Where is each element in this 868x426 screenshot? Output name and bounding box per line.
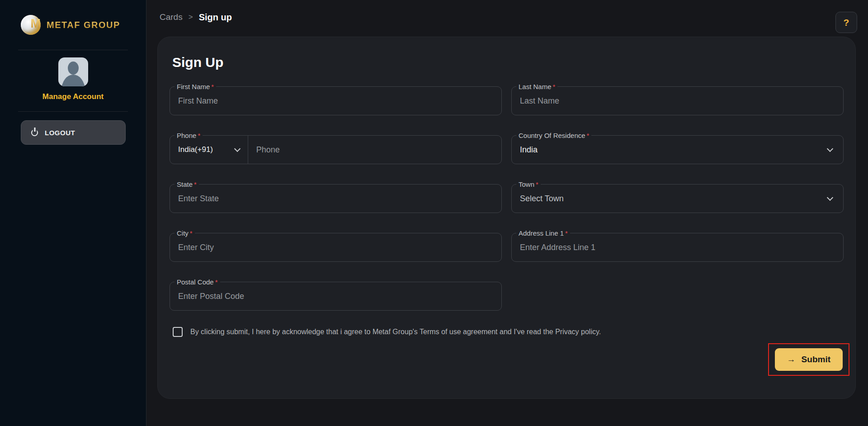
country-of-residence-value: India [512, 145, 822, 155]
town-label: Town* [516, 180, 541, 189]
chevron-down-icon [234, 145, 241, 151]
account-block: Manage Account [0, 50, 146, 111]
sidebar: M METAF GROUP Manage Account LOGOUT [0, 0, 146, 426]
submit-highlight-box: → Submit [768, 343, 849, 376]
postal-code-field: Postal Code* [170, 282, 502, 311]
first-name-field: First Name* [170, 86, 502, 115]
address-line-1-field: Address Line 1* [511, 233, 844, 262]
country-of-residence-field[interactable]: Country Of Residence* India [511, 135, 844, 164]
address-line-1-label: Address Line 1* [516, 229, 570, 238]
phone-country-code-value: India(+91) [170, 145, 230, 154]
user-avatar-icon[interactable] [58, 57, 88, 86]
required-marker: * [215, 278, 218, 286]
logout-button[interactable]: LOGOUT [21, 120, 126, 145]
logout-label: LOGOUT [45, 129, 75, 137]
sign-up-card: Sign Up First Name* Last Name* Phone* [157, 37, 856, 399]
required-marker: * [198, 132, 200, 139]
chevron-down-icon [827, 145, 833, 151]
required-marker: * [587, 132, 590, 139]
brand-name: METAF GROUP [47, 20, 120, 30]
postal-code-label: Postal Code* [175, 278, 220, 287]
required-marker: * [553, 83, 556, 90]
power-icon [31, 129, 38, 136]
manage-account-link[interactable]: Manage Account [42, 92, 104, 101]
town-field[interactable]: Town* Select Town [511, 184, 844, 213]
help-button[interactable]: ? [835, 12, 857, 33]
terms-text: By clicking submit, I here by acknowledg… [190, 328, 601, 336]
breadcrumb-separator: > [189, 12, 193, 23]
state-field: State* [170, 184, 502, 213]
last-name-field: Last Name* [511, 86, 844, 115]
required-marker: * [536, 180, 538, 188]
metaf-logo-icon: M [21, 15, 41, 35]
breadcrumb: Cards > Sign up [146, 0, 868, 23]
state-input[interactable] [170, 185, 501, 213]
phone-label: Phone* [175, 131, 203, 140]
brand-header: M METAF GROUP [0, 0, 146, 50]
chevron-down-icon [827, 194, 833, 200]
arrow-right-icon: → [787, 355, 796, 364]
phone-input[interactable] [248, 136, 501, 164]
submit-label: Submit [802, 355, 830, 364]
first-name-input[interactable] [170, 87, 501, 115]
breadcrumb-sign-up: Sign up [199, 12, 232, 23]
logo-letter: M [31, 18, 41, 30]
required-marker: * [190, 229, 193, 237]
city-input[interactable] [170, 233, 501, 261]
required-marker: * [565, 229, 568, 237]
sidebar-divider [18, 111, 128, 112]
city-label: City* [175, 229, 195, 238]
phone-field: Phone* India(+91) [170, 135, 502, 164]
required-marker: * [194, 180, 197, 188]
last-name-input[interactable] [512, 87, 843, 115]
submit-row: → Submit [170, 343, 849, 376]
town-value: Select Town [512, 194, 822, 204]
country-of-residence-label: Country Of Residence* [516, 131, 591, 140]
first-name-label: First Name* [175, 82, 216, 91]
breadcrumb-cards[interactable]: Cards [160, 12, 183, 23]
terms-row: By clicking submit, I here by acknowledg… [173, 327, 844, 337]
city-field: City* [170, 233, 502, 262]
terms-checkbox[interactable] [173, 327, 183, 337]
submit-button[interactable]: → Submit [775, 348, 843, 371]
required-marker: * [211, 83, 214, 90]
last-name-label: Last Name* [516, 82, 557, 91]
page-title: Sign Up [172, 55, 844, 70]
empty-cell [511, 282, 844, 311]
form-grid: First Name* Last Name* Phone* India(+91) [170, 86, 844, 311]
main-content: Cards > Sign up ? Sign Up First Name* La… [146, 0, 868, 426]
state-label: State* [175, 180, 199, 189]
